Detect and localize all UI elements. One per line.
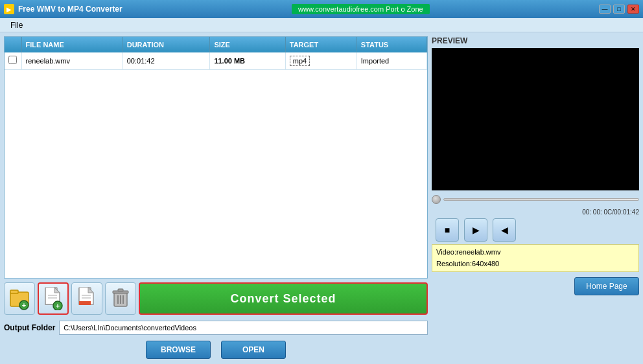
remove-file-icon (77, 287, 97, 310)
bottom-center-buttons: BROWSE OPEN (146, 341, 286, 359)
delete-button[interactable] (105, 282, 136, 315)
row-target[interactable]: mp4 (285, 52, 357, 69)
menu-bar: File (0, 18, 643, 32)
stop-icon: ■ (445, 225, 450, 235)
browse-button[interactable]: BROWSE (146, 341, 211, 359)
row-checkbox[interactable] (8, 56, 17, 64)
bottom-row: BROWSE OPEN (4, 339, 428, 360)
add-file-button[interactable]: + (38, 282, 69, 315)
maximize-button[interactable]: □ (613, 5, 625, 14)
play-icon: ▶ (473, 225, 480, 235)
table-header-row: FILE NAME DURATION SIZE TARGET STATUS (5, 37, 427, 52)
output-path-select[interactable]: C:\Users\LIn\Documents\convertedVideos (59, 321, 428, 335)
delete-icon (111, 287, 130, 310)
output-folder-label: Output Folder (4, 323, 55, 332)
col-size: SIZE (210, 37, 285, 52)
close-button[interactable]: ✕ (627, 5, 639, 14)
col-duration: DURATION (123, 37, 210, 52)
main-container: FILE NAME DURATION SIZE TARGET STATUS re… (0, 32, 643, 364)
file-table-container: FILE NAME DURATION SIZE TARGET STATUS re… (4, 36, 428, 279)
left-panel: FILE NAME DURATION SIZE TARGET STATUS re… (4, 36, 428, 360)
remove-file-button[interactable] (71, 282, 102, 315)
title-bar-left: ▶ Free WMV to MP4 Converter (4, 4, 123, 14)
col-checkbox (5, 37, 21, 52)
add-file-icon: + (43, 287, 63, 310)
time-display: 00: 00: 0C/00:01:42 (432, 209, 639, 216)
preview-label: PREVIEW (432, 36, 639, 45)
progress-row (432, 193, 639, 206)
playback-controls: ■ ▶ ◀ (432, 218, 639, 242)
svg-rect-12 (79, 301, 91, 305)
minimize-button[interactable]: — (599, 5, 611, 14)
app-icon: ▶ (4, 4, 14, 14)
video-resolution-line: Resolution:640x480 (436, 258, 635, 270)
svg-text:+: + (56, 302, 60, 310)
convert-selected-button[interactable]: Convert Selected (139, 282, 428, 315)
menu-file[interactable]: File (5, 19, 28, 31)
output-folder-row: Output Folder C:\Users\LIn\Documents\con… (4, 319, 428, 337)
progress-knob[interactable] (432, 195, 441, 204)
target-format-box[interactable]: mp4 (290, 56, 310, 66)
stop-button[interactable]: ■ (436, 218, 459, 242)
add-folder-button[interactable]: + (4, 282, 35, 315)
row-size: 11.00 MB (210, 52, 285, 69)
svg-text:+: + (22, 301, 26, 309)
video-filename-line: Video:reneelab.wmv (436, 247, 635, 258)
row-filename: reneelab.wmv (21, 52, 123, 69)
file-table: FILE NAME DURATION SIZE TARGET STATUS re… (5, 37, 427, 70)
rewind-icon: ◀ (501, 225, 508, 235)
play-button[interactable]: ▶ (464, 218, 487, 242)
col-target: TARGET (285, 37, 357, 52)
col-filename: FILE NAME (21, 37, 123, 52)
open-button[interactable]: OPEN (221, 341, 286, 359)
col-status: STATUS (357, 37, 427, 52)
toolbar-row: + + (4, 281, 428, 316)
url-bar: www.convertaudiofree.com Port o Zone (292, 4, 430, 14)
title-bar: ▶ Free WMV to MP4 Converter www.converta… (0, 0, 643, 18)
row-checkbox-cell[interactable] (5, 52, 21, 69)
home-page-button[interactable]: Home Page (574, 277, 639, 295)
svg-rect-17 (118, 289, 123, 291)
row-status: Imported (357, 52, 427, 69)
svg-rect-1 (10, 290, 18, 293)
add-folder-icon: + (10, 287, 29, 310)
row-duration: 00:01:42 (123, 52, 210, 69)
table-row: reneelab.wmv 00:01:42 11.00 MB mp4 Impor… (5, 52, 427, 69)
progress-track[interactable] (443, 198, 639, 201)
rewind-button[interactable]: ◀ (493, 218, 516, 242)
app-title: Free WMV to MP4 Converter (18, 5, 123, 14)
window-controls: — □ ✕ (599, 5, 639, 14)
video-info: Video:reneelab.wmv Resolution:640x480 (432, 244, 639, 272)
preview-video (432, 48, 639, 190)
right-panel: PREVIEW 00: 00: 0C/00:01:42 ■ ▶ ◀ Video:… (432, 36, 639, 360)
